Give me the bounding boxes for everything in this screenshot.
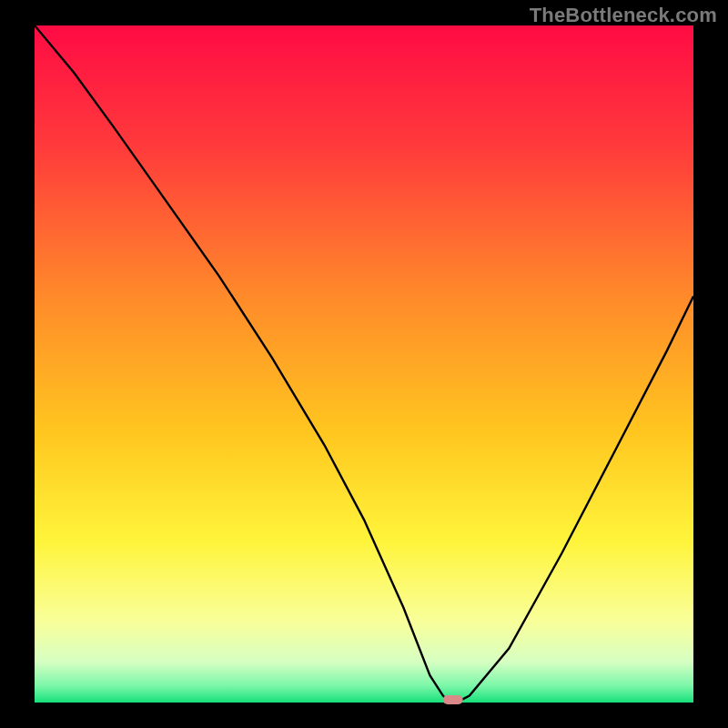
optimal-marker — [443, 695, 463, 704]
chart-frame: TheBottleneck.com — [0, 0, 728, 728]
gradient-background — [35, 25, 693, 703]
bottleneck-chart — [0, 0, 728, 728]
watermark-text: TheBottleneck.com — [530, 4, 717, 27]
